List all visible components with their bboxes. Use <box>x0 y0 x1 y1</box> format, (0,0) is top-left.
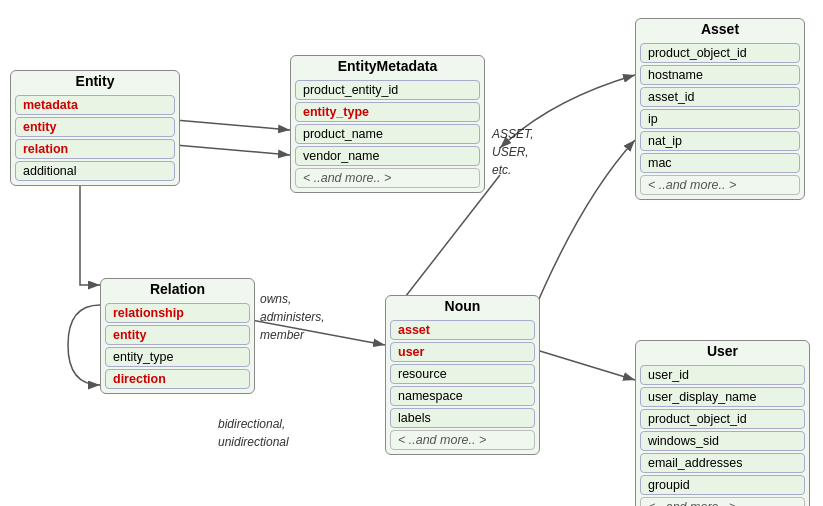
noun-field-user: user <box>390 342 535 362</box>
entity-metadata-box: EntityMetadata product_entity_id entity_… <box>290 55 485 193</box>
rel-field-entity-type: entity_type <box>105 347 250 367</box>
noun-field-more: < ..and more.. > <box>390 430 535 450</box>
asset-box: Asset product_object_id hostname asset_i… <box>635 18 805 200</box>
noun-field-resource: resource <box>390 364 535 384</box>
entity-field-relation: relation <box>15 139 175 159</box>
asset-field-more: < ..and more.. > <box>640 175 800 195</box>
noun-title: Noun <box>386 296 539 318</box>
user-field-4: windows_sid <box>640 431 805 451</box>
entity-box: Entity metadata entity relation addition… <box>10 70 180 186</box>
user-field-1: user_id <box>640 365 805 385</box>
em-annotation: ASSET, USER, etc. <box>492 125 534 179</box>
rel-field-entity: entity <box>105 325 250 345</box>
user-box: User user_id user_display_name product_o… <box>635 340 810 506</box>
asset-field-6: mac <box>640 153 800 173</box>
em-field-vendor-name: vendor_name <box>295 146 480 166</box>
rel-annotation-1: owns, administers, member <box>260 290 325 344</box>
relation-box: Relation relationship entity entity_type… <box>100 278 255 394</box>
rel-field-relationship: relationship <box>105 303 250 323</box>
user-field-2: user_display_name <box>640 387 805 407</box>
user-field-6: groupid <box>640 475 805 495</box>
asset-field-1: product_object_id <box>640 43 800 63</box>
asset-title: Asset <box>636 19 804 41</box>
asset-field-2: hostname <box>640 65 800 85</box>
em-field-product-name: product_name <box>295 124 480 144</box>
asset-field-3: asset_id <box>640 87 800 107</box>
user-field-5: email_addresses <box>640 453 805 473</box>
user-field-more: < ..and more.. > <box>640 497 805 506</box>
entity-field-entity: entity <box>15 117 175 137</box>
diagram: Entity metadata entity relation addition… <box>0 0 823 506</box>
rel-annotation-2: bidirectional, unidirectional <box>218 415 289 451</box>
relation-title: Relation <box>101 279 254 301</box>
em-field-more: < ..and more.. > <box>295 168 480 188</box>
entity-field-metadata: metadata <box>15 95 175 115</box>
user-field-3: product_object_id <box>640 409 805 429</box>
entity-title: Entity <box>11 71 179 93</box>
asset-field-4: ip <box>640 109 800 129</box>
noun-box: Noun asset user resource namespace label… <box>385 295 540 455</box>
noun-field-labels: labels <box>390 408 535 428</box>
entity-field-additional: additional <box>15 161 175 181</box>
entity-metadata-title: EntityMetadata <box>291 56 484 78</box>
noun-field-asset: asset <box>390 320 535 340</box>
asset-field-5: nat_ip <box>640 131 800 151</box>
rel-field-direction: direction <box>105 369 250 389</box>
em-field-entity-type: entity_type <box>295 102 480 122</box>
em-field-product-entity-id: product_entity_id <box>295 80 480 100</box>
user-title: User <box>636 341 809 363</box>
noun-field-namespace: namespace <box>390 386 535 406</box>
